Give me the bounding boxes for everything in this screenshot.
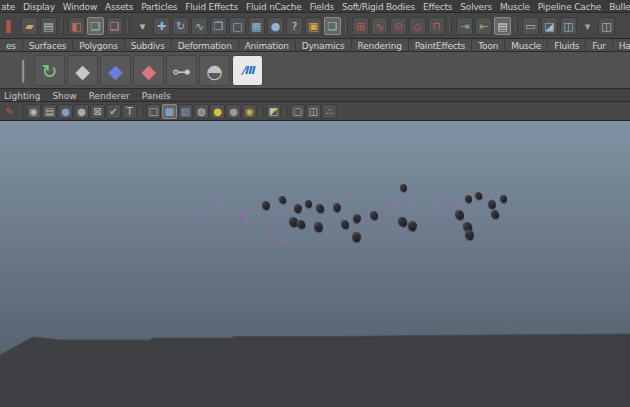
input-connections-icon[interactable]: ⇥ [456, 17, 473, 35]
panel-menu-item-lighting[interactable]: Lighting [4, 91, 48, 101]
shelf-tab-subdivs[interactable]: Subdivs [125, 39, 172, 52]
pane-layout-icon[interactable]: ◫ [598, 17, 615, 35]
shelf-tab-dynamics[interactable]: Dynamics [296, 39, 352, 52]
rock-debris[interactable] [341, 220, 349, 229]
nparticle-point [240, 213, 242, 215]
snap-to-curve-icon[interactable]: ∿ [371, 17, 388, 35]
shelf-tab-muscle[interactable]: Muscle [505, 39, 548, 52]
highlight-selection-icon[interactable]: ❏ [324, 17, 341, 35]
snap-to-plane-icon[interactable]: ◇ [409, 17, 426, 35]
key-icon[interactable]: ⊶ [166, 55, 197, 86]
lasso-tool-icon[interactable]: ↻ [172, 17, 189, 35]
output-connections-icon[interactable]: ⇤ [475, 17, 492, 35]
menu-item-fluid-ncache[interactable]: Fluid nCache [242, 2, 306, 12]
menu-item-window[interactable]: Window [59, 2, 101, 12]
pin-icon[interactable]: ✎ [2, 104, 17, 119]
rock-debris[interactable] [455, 210, 464, 220]
construction-history-icon[interactable]: ▤ [494, 17, 511, 35]
menu-item-pipeline-cache[interactable]: Pipeline Cache [534, 2, 605, 12]
shelf-tab-surfaces[interactable]: Surfaces [23, 39, 73, 52]
rock-debris[interactable] [400, 184, 407, 192]
menu-item-solvers[interactable]: Solvers [456, 2, 496, 12]
lock-icon[interactable]: ▣ [305, 17, 322, 35]
menu-item-particles[interactable]: Particles [137, 2, 181, 12]
rotate-tool-icon[interactable]: ▢ [229, 17, 246, 35]
field-chart-icon[interactable]: ⊠ [90, 104, 105, 119]
menu-item-muscle[interactable]: Muscle [496, 2, 534, 12]
select-by-object-icon[interactable]: ❏ [87, 17, 104, 35]
snap-to-grid-icon[interactable]: ⊞ [352, 17, 369, 35]
shelf-tab-hair[interactable]: Hair [613, 39, 630, 52]
scale-tool-icon[interactable]: ▦ [248, 17, 265, 35]
render-settings-icon[interactable]: ◫ [560, 17, 577, 35]
rock-debris[interactable] [500, 195, 507, 203]
snap-to-point-icon[interactable]: ⊙ [390, 17, 407, 35]
menu-item-assets[interactable]: Assets [101, 2, 137, 12]
select-by-component-icon[interactable]: ❏ [106, 17, 123, 35]
cropped-shelf-icon[interactable]: ▕ [1, 55, 32, 86]
ipr-render-icon[interactable]: ◪ [541, 17, 558, 35]
menu-item-display[interactable]: Display [19, 2, 59, 12]
convert-spheres-icon[interactable]: ↻ [34, 55, 65, 86]
panel-menu-item-panels[interactable]: Panels [142, 91, 179, 101]
shelf-tab-fur[interactable]: Fur [586, 39, 613, 52]
cropped-edge-icon[interactable]: ▌ [2, 17, 19, 35]
menu-item-fields[interactable]: Fields [306, 2, 338, 12]
rock-debris[interactable] [464, 194, 472, 203]
menu-item-ate[interactable]: ate [0, 2, 19, 12]
shelf-tab-toon[interactable]: Toon [472, 39, 505, 52]
select-hierarchy-icon[interactable]: ◧ [68, 17, 85, 35]
panel-menu-item-show[interactable]: Show [52, 91, 84, 101]
plugin-graph-icon[interactable]: ∴ [322, 104, 337, 119]
xray-icon[interactable]: ▢ [290, 104, 305, 119]
textured-mode-icon[interactable]: ▧ [178, 104, 193, 119]
select-tool-icon[interactable]: ✚ [153, 17, 170, 35]
tool-help-icon[interactable]: ? [286, 17, 303, 35]
shelf-tab-painteffects[interactable]: PaintEffects [409, 39, 473, 52]
shelf-tab-es[interactable]: es [0, 39, 23, 52]
isolate-select-icon[interactable]: ◩ [266, 104, 281, 119]
camera-attributes-icon[interactable]: ◉ [26, 104, 41, 119]
default-lighting-icon[interactable]: ● [210, 104, 225, 119]
safe-title-icon[interactable]: T [122, 104, 137, 119]
move-tool-icon[interactable]: ❐ [210, 17, 227, 35]
open-scene-icon[interactable]: ▰ [21, 17, 38, 35]
pixelux-logo-icon[interactable]: /III [232, 55, 263, 86]
nparticle-point [258, 212, 260, 214]
safe-action-icon[interactable]: ✔ [106, 104, 121, 119]
viewport-3d[interactable] [0, 121, 630, 407]
menu-item-bullet[interactable]: Bullet [605, 2, 630, 12]
xray-joints-icon[interactable]: ◫ [306, 104, 321, 119]
rock-debris[interactable] [305, 200, 312, 208]
menu-item-soft-rigid-bodies[interactable]: Soft/Rigid Bodies [338, 2, 419, 12]
rock-debris[interactable] [370, 211, 379, 221]
film-gate-icon[interactable]: ▤ [42, 104, 57, 119]
no-lights-icon[interactable]: ● [226, 104, 241, 119]
menu-item-fluid-effects[interactable]: Fluid Effects [181, 2, 242, 12]
collapse-arrow-icon[interactable]: ▾ [579, 17, 596, 35]
fracture-cube-blue-icon[interactable]: ◆ [100, 55, 131, 86]
panel-menu-item-renderer[interactable]: Renderer [89, 91, 138, 101]
mask-dropdown-icon[interactable]: ▾ [134, 17, 151, 35]
shadows-icon[interactable]: ◉ [242, 104, 257, 119]
paint-select-tool-icon[interactable]: ∿ [191, 17, 208, 35]
use-all-lights-icon[interactable]: ◍ [194, 104, 209, 119]
fracture-cube-red-blue-icon[interactable]: ◆ [133, 55, 164, 86]
shelf-tab-deformation[interactable]: Deformation [172, 39, 239, 52]
render-frame-icon[interactable]: ▭ [522, 17, 539, 35]
ground-plane[interactable] [0, 334, 630, 407]
shelf-tab-rendering[interactable]: Rendering [352, 39, 409, 52]
sliced-sphere-icon[interactable]: ◓ [199, 55, 230, 86]
resolution-gate-icon[interactable]: ● [58, 104, 73, 119]
snap-magnet-icon[interactable]: ⊓ [428, 17, 445, 35]
shelf-tab-polygons[interactable]: Polygons [73, 39, 124, 52]
fracture-cube-gray-icon[interactable]: ◆ [67, 55, 98, 86]
shaded-mode-icon[interactable]: ■ [162, 104, 177, 119]
gate-mask-icon[interactable]: ● [74, 104, 89, 119]
shelf-tab-animation[interactable]: Animation [239, 39, 296, 52]
shelf-tab-fluids[interactable]: Fluids [548, 39, 586, 52]
menu-item-effects[interactable]: Effects [419, 2, 456, 12]
manipulator-tool-icon[interactable]: ● [267, 17, 284, 35]
wireframe-mode-icon[interactable]: □ [146, 104, 161, 119]
save-scene-icon[interactable]: ▤ [40, 17, 57, 35]
